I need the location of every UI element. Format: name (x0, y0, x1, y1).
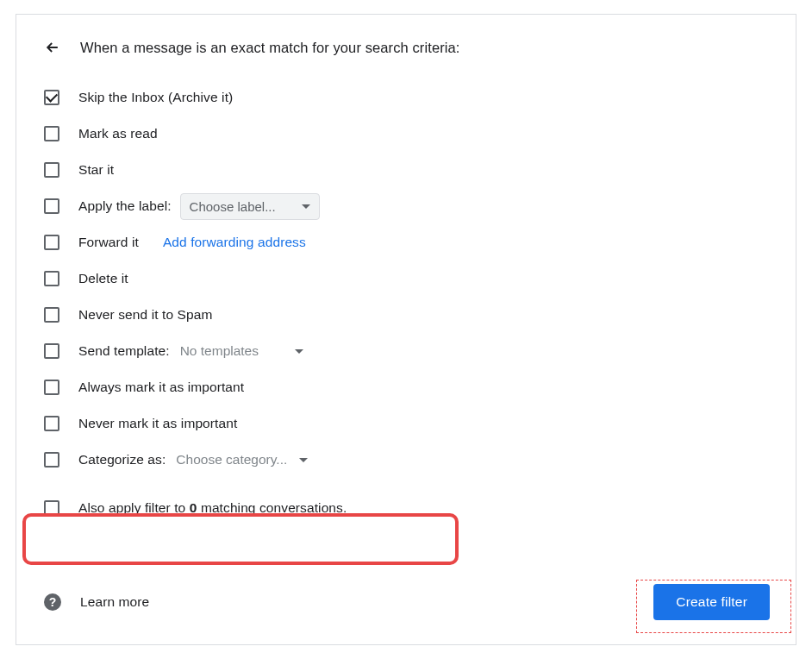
label-send-template: Send template: (78, 343, 170, 359)
caret-down-icon (295, 349, 303, 354)
select-no-templates[interactable]: No templates (178, 340, 305, 362)
checkbox-never-important[interactable] (44, 416, 59, 431)
label-always-important: Always mark it as important (78, 380, 244, 395)
select-choose-category-text: Choose category... (176, 452, 287, 468)
option-send-template: Send template: No templates (42, 334, 770, 368)
checkbox-categorize[interactable] (44, 452, 59, 468)
option-delete-it: Delete it (42, 261, 770, 296)
option-never-important: Never mark it as important (42, 406, 770, 441)
select-choose-label-text: Choose label... (190, 199, 276, 214)
learn-more-group: ? Learn more (42, 593, 149, 611)
checkbox-delete-it[interactable] (44, 271, 59, 286)
option-always-important: Always mark it as important (42, 370, 770, 405)
label-never-spam: Never send it to Spam (78, 307, 212, 323)
label-never-important: Never mark it as important (78, 416, 237, 431)
label-forward-it: Forward it (78, 235, 139, 250)
create-filter-button[interactable]: Create filter (653, 584, 770, 620)
option-forward-it: Forward it Add forwarding address (42, 225, 770, 260)
label-mark-read: Mark as read (78, 126, 158, 141)
label-star-it: Star it (78, 162, 114, 178)
checkbox-skip-inbox[interactable] (44, 90, 59, 105)
learn-more-link[interactable]: Learn more (80, 594, 149, 610)
checkbox-star-it[interactable] (44, 162, 59, 178)
back-arrow-icon[interactable] (44, 39, 61, 56)
label-apply-label: Apply the label: (78, 198, 172, 214)
option-star-it: Star it (42, 153, 770, 187)
option-categorize: Categorize as: Choose category... (42, 442, 770, 477)
option-apply-label: Apply the label: Choose label... (42, 189, 770, 223)
checkbox-forward-it[interactable] (44, 235, 59, 250)
header-title: When a message is an exact match for you… (80, 40, 459, 56)
dialog-header: When a message is an exact match for you… (42, 39, 770, 56)
help-icon[interactable]: ? (44, 593, 61, 611)
select-choose-label[interactable]: Choose label... (180, 193, 320, 220)
select-choose-category[interactable]: Choose category... (174, 449, 309, 471)
option-never-spam: Never send it to Spam (42, 298, 770, 332)
dialog-footer: ? Learn more Create filter (42, 584, 770, 620)
caret-down-icon (299, 458, 308, 462)
checkbox-never-spam[interactable] (44, 307, 59, 323)
filter-dialog: When a message is an exact match for you… (16, 14, 796, 645)
label-delete-it: Delete it (78, 271, 128, 286)
link-add-forwarding-address[interactable]: Add forwarding address (163, 235, 306, 250)
option-mark-read: Mark as read (42, 116, 770, 151)
label-categorize: Categorize as: (78, 452, 166, 468)
checkbox-also-apply[interactable] (44, 500, 59, 516)
options-list: Skip the Inbox (Archive it) Mark as read… (42, 80, 770, 525)
checkbox-send-template[interactable] (44, 343, 59, 359)
option-skip-inbox: Skip the Inbox (Archive it) (42, 80, 770, 115)
label-skip-inbox: Skip the Inbox (Archive it) (78, 90, 233, 105)
option-also-apply: Also apply filter to 0 matching conversa… (42, 491, 770, 525)
checkbox-apply-label[interactable] (44, 198, 59, 214)
select-no-templates-text: No templates (180, 343, 259, 359)
label-also-apply: Also apply filter to 0 matching conversa… (78, 500, 347, 516)
caret-down-icon (302, 204, 310, 209)
checkbox-always-important[interactable] (44, 380, 59, 395)
checkbox-mark-read[interactable] (44, 126, 59, 141)
